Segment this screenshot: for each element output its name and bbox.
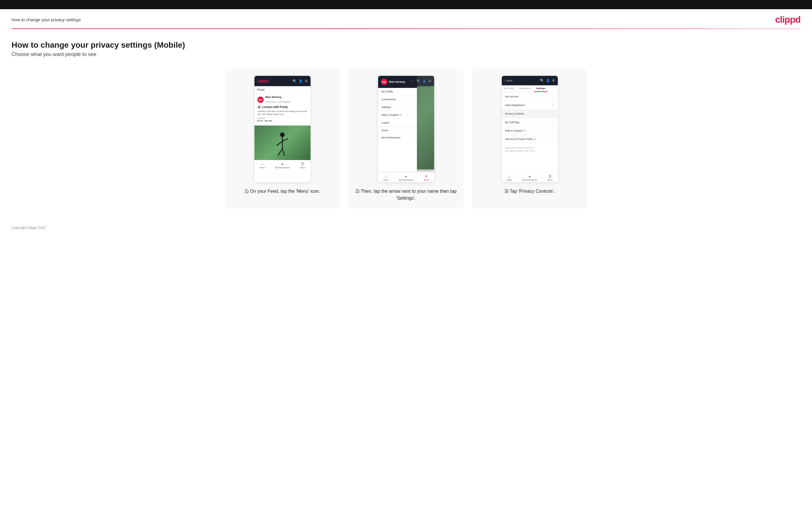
bottom-nav-3: ⌂ Home ▸ My Performance ☰ Menu	[502, 172, 558, 182]
menu-item-settings[interactable]: Settings	[378, 103, 417, 111]
copyright: Copyright Clippd 2022	[11, 226, 46, 230]
header-title: How to change your privacy settings	[11, 17, 81, 22]
settings-tabs: My Profile Connections Settings	[502, 85, 558, 92]
step-2-caption: 2) Then, tap the arrow next to your name…	[355, 188, 457, 202]
menu-panel: BM Blair McHarg ⌃ My Profile Connections	[378, 76, 417, 172]
tab-settings[interactable]: Settings	[534, 85, 548, 92]
menu-item-connections[interactable]: Connections	[378, 96, 417, 103]
settings-list: My Account > Data Integrations > Privacy…	[502, 92, 558, 172]
user-icon-3: 👤	[546, 79, 550, 82]
nav-performance-1[interactable]: ▸ My Performance	[275, 162, 290, 169]
home-icon-1: ⌂	[261, 162, 263, 166]
performance-icon-3: ▸	[529, 174, 531, 178]
golfer-svg	[272, 131, 293, 160]
feed-post: BM Blair McHarg Yesterday · Sunningdale …	[254, 93, 310, 125]
avatar-2: BM	[381, 79, 387, 85]
menu-overlay: BM Blair McHarg ⌃ My Profile Connections	[378, 76, 434, 172]
settings-privacycontrols[interactable]: Privacy Controls >	[502, 109, 558, 118]
menu-section-performance[interactable]: My Performance ⌄	[378, 134, 417, 141]
arrow-mygolfbag: >	[553, 121, 554, 124]
menu-user-row: BM Blair McHarg ⌃	[378, 76, 417, 88]
performance-icon-2: ▸	[405, 174, 407, 178]
bottom-nav-1: ⌂ Home ▸ My Performance ☰ Menu	[254, 160, 310, 170]
nav-home-3[interactable]: ⌂ Home	[507, 174, 512, 181]
app-header-1: clippd 🔍 👤 ⚙	[254, 76, 310, 86]
logo: clippd	[775, 14, 801, 25]
lesson-title: ⛰ Lesson with Fordy	[257, 105, 308, 109]
svg-line-5	[283, 149, 285, 156]
chevron-performance: ⌄	[411, 136, 413, 139]
menu-item-myprofile[interactable]: My Profile	[378, 88, 417, 96]
tab-myprofile[interactable]: My Profile	[502, 85, 517, 92]
version-info: Clippd Client Version: 2022.8.3-3 SQL Se…	[502, 143, 558, 155]
app-logo-1: clippd	[257, 79, 268, 83]
settings-helpsupport[interactable]: Help & Support ↗	[502, 127, 558, 135]
back-button[interactable]: < Back	[505, 79, 513, 82]
header: How to change your privacy settings clip…	[0, 9, 812, 29]
feed-user-info: Blair McHarg Yesterday · Sunningdale	[265, 96, 290, 104]
menu-icon-1: ☰	[301, 162, 304, 166]
performance-icon-1: ▸	[282, 162, 284, 166]
settings-mygolfbag[interactable]: My Golf Bag >	[502, 118, 558, 127]
avatar-1: BM	[257, 97, 264, 103]
feed-tab: Feed	[254, 86, 310, 93]
settings-myaccount[interactable]: My Account >	[502, 92, 558, 101]
feed-desc: Looking to feel like my hands are exitin…	[257, 110, 308, 116]
svg-line-2	[276, 141, 283, 146]
golf-icon: ⛰	[257, 105, 261, 109]
search-icon-3: 🔍	[540, 79, 544, 82]
mobile-screen-2: clippd 🔍 👤 ⚙ BM	[378, 76, 434, 182]
menu-item-help[interactable]: Help & Support ↗	[378, 111, 417, 119]
app-icons-1: 🔍 👤 ⚙	[293, 79, 308, 83]
menu-section-home[interactable]: Home ⌄	[378, 127, 417, 134]
arrow-myaccount: >	[553, 95, 554, 98]
settings-icon-3: ⚙	[552, 79, 555, 82]
tab-connections[interactable]: Connections	[516, 85, 534, 92]
feed-duration: Duration 01 hr : 30 min	[257, 117, 308, 122]
step-card-1: clippd 🔍 👤 ⚙ Feed BM Blair	[225, 69, 340, 209]
menu-icon-3: ☰	[548, 174, 552, 178]
settings-dataintegrations[interactable]: Data Integrations >	[502, 101, 558, 109]
arrow-privacycontrols: >	[553, 112, 554, 115]
nav-home-1[interactable]: ⌂ Home	[259, 162, 265, 169]
svg-point-0	[280, 132, 285, 137]
settings-icon-1: ⚙	[305, 79, 308, 83]
nav-close-2[interactable]: ✕ Menu	[424, 174, 429, 181]
nav-performance-2[interactable]: ▸ My Performance	[399, 174, 413, 181]
arrow-dataintegrations: >	[553, 103, 554, 107]
search-icon-1: 🔍	[293, 79, 297, 83]
nav-performance-3[interactable]: ▸ My Performance	[522, 174, 537, 181]
mobile-screen-3: < Back 🔍 👤 ⚙ My Profile Connections	[502, 76, 558, 182]
footer: Copyright Clippd 2022	[0, 220, 812, 235]
close-icon-2: ✕	[425, 174, 428, 178]
golf-image	[254, 125, 310, 160]
page-heading: How to change your privacy settings (Mob…	[11, 41, 801, 50]
top-bar	[0, 0, 812, 9]
steps-container: clippd 🔍 👤 ⚙ Feed BM Blair	[11, 69, 801, 209]
chevron-home: ⌄	[411, 129, 413, 132]
mobile-screen-1: clippd 🔍 👤 ⚙ Feed BM Blair	[254, 76, 310, 182]
menu-user-info: BM Blair McHarg	[381, 79, 405, 85]
home-icon-3: ⌂	[508, 174, 510, 178]
home-icon-2: ⌂	[385, 174, 387, 178]
app-icons-3: 🔍 👤 ⚙	[540, 79, 555, 82]
nav-menu-3[interactable]: ☰ Menu	[548, 174, 553, 181]
menu-item-logout[interactable]: Logout	[378, 119, 417, 127]
settings-header: < Back 🔍 👤 ⚙	[502, 76, 558, 85]
menu-overlay-bg	[417, 76, 434, 172]
settings-serviceprivacy[interactable]: Service & Privacy Policy ↗	[502, 135, 558, 143]
chevron-up-icon: ⌃	[412, 80, 414, 83]
step-card-2: clippd 🔍 👤 ⚙ BM	[349, 69, 463, 209]
nav-home-2[interactable]: ⌂ Home	[383, 174, 389, 181]
page-subheading: Choose what you want people to see	[11, 51, 801, 57]
step-card-3: < Back 🔍 👤 ⚙ My Profile Connections	[472, 69, 587, 209]
svg-line-4	[278, 149, 283, 156]
svg-line-3	[283, 138, 288, 141]
step-1-caption: 1) On your Feed, tap the 'Menu' icon.	[244, 188, 320, 195]
step-3-caption: 3) Tap 'Privacy Controls'.	[504, 188, 555, 195]
nav-menu-1[interactable]: ☰ Menu	[300, 162, 305, 169]
main-content: How to change your privacy settings (Mob…	[0, 29, 812, 220]
user-icon-1: 👤	[299, 79, 303, 83]
bottom-nav-2: ⌂ Home ▸ My Performance ✕ Menu	[378, 172, 434, 182]
feed-user-row: BM Blair McHarg Yesterday · Sunningdale	[257, 96, 308, 104]
